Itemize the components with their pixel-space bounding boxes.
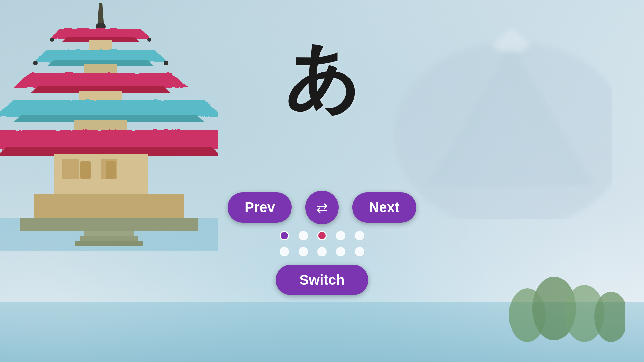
- svg-marker-12: [13, 73, 188, 88]
- trees-svg: [507, 261, 625, 345]
- next-button[interactable]: Next: [352, 192, 416, 223]
- svg-rect-14: [79, 90, 122, 101]
- switch-button[interactable]: Switch: [276, 265, 368, 295]
- svg-marker-18: [0, 130, 218, 149]
- dot-1-5[interactable]: [355, 231, 364, 240]
- progress-dots-row1: [280, 231, 364, 240]
- character-display: あ: [284, 40, 360, 114]
- svg-point-33: [33, 61, 38, 65]
- dot-2-5[interactable]: [355, 247, 364, 256]
- dot-1-1[interactable]: [280, 231, 289, 240]
- nav-buttons-row: Prev ⇄ Next: [228, 191, 416, 224]
- dot-1-4[interactable]: [336, 231, 345, 240]
- shuffle-button[interactable]: ⇄: [305, 191, 339, 224]
- svg-point-34: [164, 61, 168, 65]
- svg-marker-15: [0, 100, 218, 117]
- dot-1-3[interactable]: [317, 231, 327, 240]
- svg-rect-30: [0, 218, 218, 251]
- svg-rect-8: [89, 40, 112, 50]
- dot-2-1[interactable]: [280, 247, 289, 256]
- dot-2-4[interactable]: [336, 247, 345, 256]
- svg-rect-11: [84, 64, 117, 74]
- svg-rect-21: [62, 159, 79, 179]
- svg-rect-23: [80, 161, 91, 179]
- controls-area: Prev ⇄ Next Switch: [228, 191, 416, 295]
- app-container: あ Prev ⇄ Next Switch: [0, 0, 644, 362]
- dot-2-3[interactable]: [317, 247, 327, 256]
- svg-rect-25: [34, 194, 184, 221]
- svg-point-31: [50, 38, 54, 42]
- svg-rect-17: [74, 120, 127, 130]
- shuffle-icon: ⇄: [316, 199, 328, 216]
- dot-1-2[interactable]: [299, 231, 308, 240]
- svg-marker-9: [34, 50, 168, 62]
- svg-marker-3: [491, 28, 531, 52]
- pagoda-svg: [0, 0, 218, 251]
- progress-dots-row2: [280, 247, 364, 256]
- svg-point-32: [147, 38, 151, 42]
- svg-rect-24: [106, 161, 116, 179]
- prev-button[interactable]: Prev: [228, 192, 292, 223]
- mountain-svg: [377, 18, 612, 219]
- pagoda-container: [0, 0, 218, 251]
- dot-2-2[interactable]: [299, 247, 308, 256]
